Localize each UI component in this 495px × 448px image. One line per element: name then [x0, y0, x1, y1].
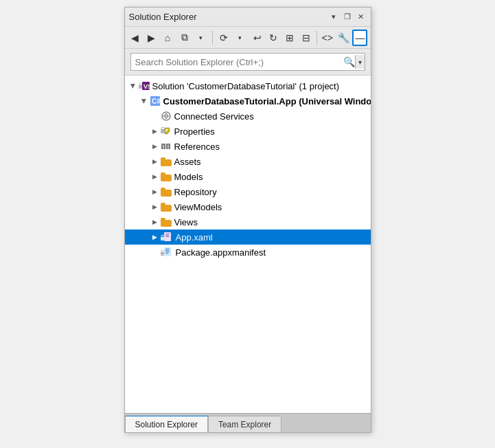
search-dropdown-button[interactable]: ▾ [355, 55, 365, 69]
repository-label: Repository [174, 187, 217, 197]
tab-team-explorer[interactable]: Team Explorer [208, 416, 281, 432]
references-label: References [174, 142, 220, 152]
undo-button[interactable]: ↩ [250, 30, 265, 46]
tab-solution-explorer[interactable]: Solution Explorer [125, 416, 208, 432]
viewmodels-label: ViewModels [174, 202, 222, 212]
connected-label: Connected Services [174, 111, 254, 122]
pages-dropdown: ⧉ ▾ [176, 30, 209, 46]
expand-arrow-views: ▶ [150, 219, 161, 225]
svg-rect-29 [165, 249, 170, 249]
expand-arrow-appxaml: ▶ [150, 234, 161, 240]
assets-label: Assets [174, 157, 201, 167]
paste-button[interactable]: ⊟ [299, 30, 314, 46]
tree-item-assets[interactable]: ▶ Assets [125, 154, 371, 169]
solution-explorer-window: Solution Explorer ▾ ❐ ✕ ◀ ▶ ⌂ ⧉ ▾ ⟳ ▾ ↩ … [124, 7, 371, 433]
appxaml-icon [161, 232, 173, 243]
solution-label: Solution 'CustomerDatabaseTutorial' (1 p… [152, 81, 340, 91]
expand-arrow-assets: ▶ [150, 158, 161, 165]
project-label: CustomerDatabaseTutorial.App (Universal … [163, 96, 371, 107]
models-label: Models [174, 172, 203, 182]
tree-item-repository[interactable]: ▶ Repository [125, 184, 371, 199]
svg-rect-13 [163, 145, 164, 146]
refresh-button[interactable]: ↻ [266, 30, 281, 46]
tree-item-viewmodels[interactable]: ▶ ViewModels [125, 199, 371, 214]
forward-button[interactable]: ▶ [143, 30, 159, 46]
expand-arrow-properties: ▶ [150, 128, 161, 135]
csharp-icon: C# [150, 96, 161, 107]
svg-rect-25 [165, 236, 170, 237]
views-label: Views [174, 217, 198, 227]
properties-icon [161, 126, 172, 137]
toolbar-separator-2 [316, 31, 317, 45]
appxaml-label: App.xaml [176, 232, 213, 243]
search-container: 🔍 ▾ [125, 49, 371, 76]
svg-rect-31 [165, 251, 170, 252]
svg-rect-17 [168, 145, 169, 146]
tree-item-connected[interactable]: ▶ Connected Services [125, 109, 371, 124]
tree-item-package[interactable]: ▶ Package.appxmanifest [125, 245, 371, 260]
svg-text:C#: C# [152, 98, 161, 105]
connected-icon [161, 111, 172, 122]
expand-arrow-repository: ▶ [150, 188, 161, 195]
history-button[interactable]: ⟳ [216, 30, 232, 46]
expand-arrow-viewmodels: ▶ [150, 203, 161, 210]
tree-item-solution[interactable]: ▶ VS Solution 'CustomerDatabaseTutorial'… [125, 78, 371, 93]
search-bar: 🔍 ▾ [130, 53, 365, 71]
svg-rect-15 [163, 148, 164, 148]
svg-text:VS: VS [143, 83, 150, 90]
pin2-button[interactable]: — [352, 30, 367, 46]
history-dropdown: ⟳ ▾ [216, 30, 249, 46]
pages-button[interactable]: ⧉ [176, 30, 193, 46]
svg-rect-24 [165, 235, 169, 236]
expand-arrow-references: ▶ [150, 143, 161, 150]
pin-button[interactable]: ▾ [328, 12, 339, 23]
tree-item-properties[interactable]: ▶ Properties [125, 124, 371, 139]
svg-rect-30 [165, 250, 169, 251]
search-icon: 🔍 [343, 56, 355, 67]
models-folder-icon [161, 172, 172, 181]
tree-item-models[interactable]: ▶ Models [125, 169, 371, 184]
viewmodels-folder-icon [161, 203, 172, 212]
search-input[interactable] [135, 57, 343, 67]
solution-tree: ▶ VS Solution 'CustomerDatabaseTutorial'… [125, 76, 371, 413]
history-dropdown-arrow[interactable]: ▾ [232, 30, 249, 46]
back-button[interactable]: ◀ [128, 30, 143, 46]
window-title: Solution Explorer [129, 12, 197, 22]
restore-button[interactable]: ❐ [342, 12, 353, 23]
properties-label: Properties [174, 126, 215, 137]
svg-rect-32 [165, 253, 168, 254]
assets-folder-icon [161, 157, 172, 166]
svg-rect-19 [168, 148, 169, 148]
window-controls: ▾ ❐ ✕ [328, 12, 367, 23]
references-icon [161, 141, 172, 152]
title-bar: Solution Explorer ▾ ❐ ✕ [125, 8, 371, 27]
svg-rect-14 [163, 146, 164, 147]
solution-icon: VS [139, 80, 150, 91]
tree-item-references[interactable]: ▶ References [125, 139, 371, 154]
svg-rect-23 [165, 234, 170, 234]
svg-rect-10 [165, 129, 168, 130]
tree-item-views[interactable]: ▶ Views [125, 214, 371, 229]
svg-rect-18 [168, 146, 169, 147]
toolbar: ◀ ▶ ⌂ ⧉ ▾ ⟳ ▾ ↩ ↻ ⊞ ⊟ <> 🔧 — [125, 27, 371, 49]
svg-rect-11 [165, 131, 168, 131]
views-folder-icon [161, 218, 172, 227]
close-button[interactable]: ✕ [356, 12, 367, 23]
package-icon [161, 247, 173, 258]
copy-button[interactable]: ⊞ [282, 30, 297, 46]
toolbar-separator-1 [212, 31, 213, 45]
package-label: Package.appxmanifest [176, 247, 266, 258]
code-button[interactable]: <> [320, 30, 335, 46]
settings-button[interactable]: 🔧 [336, 30, 352, 46]
expand-arrow-project: ▶ [141, 96, 148, 107]
tree-item-appxaml[interactable]: ▶ App.xaml [125, 229, 371, 245]
home-button[interactable]: ⌂ [160, 30, 175, 46]
repository-folder-icon [161, 188, 172, 197]
expand-arrow-models: ▶ [150, 173, 161, 180]
pages-dropdown-arrow[interactable]: ▾ [193, 30, 209, 46]
expand-arrow-solution: ▶ [130, 80, 137, 91]
bottom-tabs: Solution Explorer Team Explorer [125, 413, 371, 432]
tree-item-project[interactable]: ▶ C# CustomerDatabaseTutorial.App (Unive… [125, 93, 371, 109]
